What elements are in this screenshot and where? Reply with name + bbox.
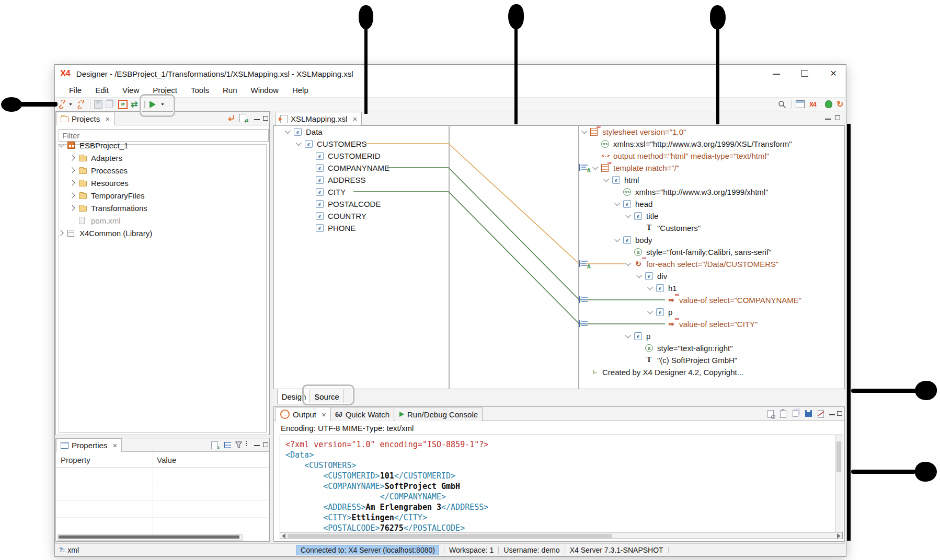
minimize-window-button[interactable] [773, 74, 780, 75]
maximize-output-icon[interactable] [837, 411, 842, 416]
projects-item-temporaryfiles[interactable]: TemporaryFiles [59, 190, 145, 201]
import-icon[interactable] [227, 114, 235, 122]
open-output-icon[interactable] [767, 410, 774, 418]
projects-item-x4common-library[interactable]: X4Common (Library) [59, 227, 152, 239]
chevron-right-icon[interactable] [69, 205, 75, 211]
menu-tools[interactable]: Tools [184, 84, 216, 96]
close-icon[interactable]: × [112, 441, 117, 450]
xsl-node-p[interactable]: ep [581, 306, 672, 318]
xsl-node-output-method-html-media-type-text-html[interactable]: <.>output method="html" media-type="text… [581, 150, 769, 161]
output-xml-code[interactable]: <?xml version="1.0" encoding="ISO-8859-1… [285, 439, 488, 533]
refresh-icon[interactable]: ↻ [836, 99, 843, 110]
save-output-icon[interactable] [805, 410, 812, 417]
minimize-panel-icon[interactable] [254, 445, 260, 446]
chevron-right-icon[interactable] [69, 167, 75, 173]
xsl-node-created-by-x4-designer-4-2-copyright[interactable]: !--Created by X4 Designer 4.2, Copyright… [581, 366, 743, 378]
deploy-icon[interactable]: ⇄ [118, 99, 128, 110]
chevron-right-icon[interactable] [69, 180, 75, 185]
maximize-window-button[interactable] [801, 70, 808, 77]
debug-icon[interactable] [825, 99, 832, 110]
tab-projects[interactable]: Projects × [56, 112, 114, 125]
xsl-node-template-match[interactable]: template match="/" [581, 162, 679, 173]
menu-file[interactable]: File [62, 84, 88, 96]
chevron-down-icon[interactable] [592, 164, 598, 170]
chevron-down-icon[interactable] [603, 176, 609, 182]
projects-item-transformations[interactable]: Transformations [59, 202, 147, 214]
close-icon[interactable]: × [352, 114, 357, 123]
data-node-data[interactable]: eData [285, 126, 323, 137]
xsl-node-value-of-select-companyname[interactable]: ⇒value-of select="COMPANYNAME" [581, 294, 801, 306]
properties-hscrollbar[interactable] [58, 534, 243, 541]
chevron-down-icon[interactable] [636, 272, 642, 278]
chevron-down-icon[interactable] [285, 128, 291, 134]
data-node-customerid[interactable]: eCUSTOMERID [285, 150, 381, 161]
projects-item-adapters[interactable]: Adapters [59, 152, 122, 164]
filter-properties-icon[interactable] [235, 441, 242, 448]
minimize-editor-icon[interactable] [825, 119, 831, 120]
xsl-node-head[interactable]: ehead [581, 198, 652, 209]
new-property-icon[interactable]: + [211, 441, 218, 449]
data-node-companyname[interactable]: eCOMPANYNAME [285, 162, 389, 173]
tab-output[interactable]: → Output × [276, 407, 331, 421]
projects-item-esbproject-1[interactable]: ESBProject_1 [59, 139, 128, 151]
xsl-node-c-softproject-gmbh[interactable]: T"(c) SoftProject GmbH" [581, 354, 737, 366]
data-node-address[interactable]: eADDRESS [285, 174, 366, 185]
data-node-country[interactable]: eCOUNTRY [285, 210, 366, 221]
data-node-city[interactable]: eCITY [285, 186, 346, 197]
menu-run[interactable]: Run [216, 84, 244, 96]
unlink-icon[interactable] [76, 99, 86, 110]
maximize-panel-icon[interactable] [263, 116, 268, 121]
xsl-node-div[interactable]: ediv [581, 270, 667, 282]
xsl-node-body[interactable]: ebody [581, 234, 652, 246]
clear-output-icon[interactable] [818, 410, 824, 418]
chevron-down-icon[interactable] [625, 332, 631, 338]
link-with-editor-icon[interactable]: ⇄ [239, 114, 246, 122]
view-menu-icon[interactable] [246, 441, 247, 446]
projects-item-pom-xml[interactable]: pom.xml [59, 215, 121, 226]
xsl-node-style-text-align-right[interactable]: astyle="text-align:right" [581, 342, 732, 354]
chevron-down-icon[interactable] [581, 128, 587, 134]
scroll-left-icon[interactable] [282, 533, 285, 539]
chevron-right-icon[interactable] [69, 155, 75, 160]
close-icon[interactable]: × [322, 410, 326, 419]
xsl-node-style-font-family-calibri-sans-serif[interactable]: astyle="font-family:Calibri, sans-serif" [581, 246, 771, 258]
tab-xslmapping[interactable]: XSLMapping.xsl × [276, 112, 362, 125]
chevron-down-icon[interactable] [625, 260, 631, 266]
link-dropdown-icon[interactable] [69, 99, 72, 110]
xsl-node-xmlns-xsl-http-www-w3-org-1999-xsl-trans[interactable]: nsxmlns:xsl="http://www.w3.org/1999/XSL/… [581, 138, 792, 149]
menu-window[interactable]: Window [244, 84, 285, 96]
xsl-node-title[interactable]: etitle [581, 210, 658, 221]
chevron-down-icon[interactable] [614, 200, 620, 206]
transfer-icon[interactable]: ⇄ [131, 99, 137, 110]
save-icon[interactable] [94, 99, 102, 110]
chevron-down-icon[interactable] [614, 236, 620, 242]
search-icon[interactable] [778, 99, 786, 110]
xsl-node-stylesheet-version-1-0[interactable]: stylesheet version="1.0" [581, 126, 686, 137]
menu-edit[interactable]: Edit [88, 84, 116, 96]
link-icon[interactable] [58, 99, 67, 110]
xsl-node-html[interactable]: ehtml [581, 174, 639, 185]
perspective-icon[interactable] [796, 99, 805, 110]
chevron-down-icon[interactable] [59, 142, 64, 147]
chevron-down-icon[interactable] [647, 308, 653, 314]
menu-view[interactable]: View [116, 84, 146, 96]
chevron-down-icon[interactable] [296, 140, 302, 146]
tree-view-icon[interactable] [224, 442, 231, 448]
x4-mini-icon[interactable]: X4 [809, 99, 816, 110]
tab-quick-watch[interactable]: 6∂ Quick Watch [330, 407, 394, 421]
data-node-phone[interactable]: ePHONE [285, 222, 356, 234]
scroll-right-icon[interactable] [837, 533, 841, 539]
xsl-node-value-of-select-city[interactable]: ⇒value-of select="CITY" [581, 318, 758, 330]
chevron-down-icon[interactable] [625, 212, 631, 218]
copy-output-icon[interactable] [793, 410, 798, 417]
xsl-node-h1[interactable]: eh1 [581, 282, 677, 294]
data-node-customers[interactable]: eCUSTOMERS [285, 138, 367, 149]
tab-properties[interactable]: Properties × [56, 438, 122, 452]
menu-help[interactable]: Help [285, 84, 315, 96]
data-node-postalcode[interactable]: ePOSTALCODE [285, 198, 381, 209]
chevron-right-icon[interactable] [58, 230, 63, 236]
output-vscrollbar[interactable] [835, 435, 843, 532]
xsl-node-customers[interactable]: T"Customers" [581, 222, 701, 234]
chevron-right-icon[interactable] [69, 192, 75, 198]
projects-item-resources[interactable]: Resources [59, 177, 129, 189]
